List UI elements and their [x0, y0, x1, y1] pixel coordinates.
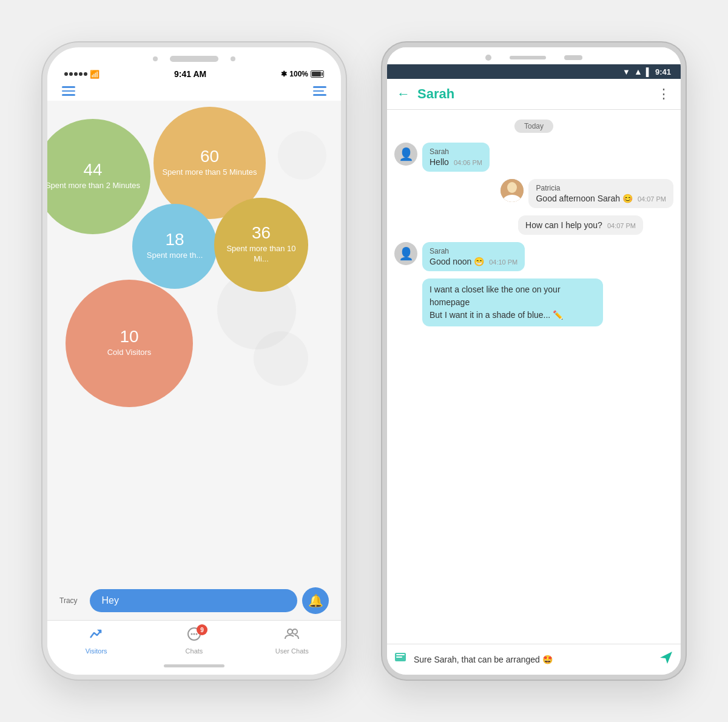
message-patricia-1: Patricia Good afternoon Sarah 😊 04:07 PM: [394, 179, 673, 208]
notification-bell-icon[interactable]: 🔔: [302, 587, 329, 614]
message-closet: I want a closet like the one on your hom…: [394, 278, 673, 326]
bubble-10min-label: Spent more than 10 Mi...: [214, 244, 308, 265]
home-bar: [164, 664, 224, 667]
status-left: 📶: [64, 70, 99, 79]
svg-marker-12: [660, 652, 672, 664]
battery-icon: [311, 70, 324, 78]
signal-dots: [64, 72, 87, 76]
battery-label: 100%: [289, 70, 308, 78]
chats-tab-label: Chats: [186, 647, 203, 655]
iphone-device: 📶 9:41 AM ✱ 100%: [42, 42, 346, 680]
bubble-help: How can I help you? 04:07 PM: [518, 215, 643, 235]
msg-time-1: 04:06 PM: [454, 159, 482, 166]
android-speaker: [510, 56, 546, 59]
chats-icon: 9: [187, 627, 201, 645]
bubble-2min-label: Spent more than 2 Minutes: [47, 181, 145, 191]
msg-row-3: How can I help you? 04:07 PM: [525, 220, 636, 230]
visitors-tab-label: Visitors: [86, 647, 107, 655]
avatar-sarah-1: 👤: [394, 143, 417, 166]
msg-text-patricia-1: Good afternoon Sarah 😊: [536, 194, 632, 203]
svg-rect-10: [396, 654, 405, 655]
msg-time-2: 04:07 PM: [638, 195, 666, 203]
android-top: [387, 47, 681, 64]
iphone-dot: [153, 56, 158, 61]
chats-badge: 9: [197, 624, 207, 635]
bubble-moreth-num: 18: [165, 231, 184, 248]
signal-icon: ▼: [622, 67, 630, 76]
message-help: How can I help you? 04:07 PM: [394, 215, 673, 235]
user-chats-icon: [284, 627, 300, 645]
avatar-person-icon: 👤: [399, 147, 414, 161]
notification-banner[interactable]: Tracy Hey 🔔: [47, 581, 341, 620]
send-button[interactable]: [659, 650, 673, 669]
android-status-bar: ▼ ▲ ▌ 9:41: [387, 64, 681, 79]
tab-user-chats[interactable]: User Chats: [243, 627, 341, 655]
back-button[interactable]: ←: [397, 86, 410, 102]
bubble-5min-num: 60: [200, 148, 219, 165]
bubble-5min-label: Spent more than 5 Minutes: [157, 167, 261, 178]
bubble-2min-num: 44: [83, 161, 102, 178]
svg-point-7: [507, 182, 517, 193]
bubble-closet: I want a closet like the one on your hom…: [422, 278, 603, 326]
wifi-android-icon: ▲: [634, 67, 642, 76]
bubble-patricia-1: Patricia Good afternoon Sarah 😊 04:07 PM: [528, 179, 673, 208]
msg-sender-patricia: Patricia: [536, 184, 666, 192]
wifi-icon: 📶: [90, 70, 99, 79]
date-label: Today: [514, 120, 553, 133]
bluetooth-icon: ✱: [281, 70, 287, 78]
bubble-sarah-hello: Sarah Hello 04:06 PM: [422, 143, 490, 172]
date-separator: Today: [394, 120, 673, 133]
iphone-status-bar: 📶 9:41 AM ✱ 100%: [47, 67, 341, 81]
avatar-sarah-2: 👤: [394, 242, 417, 265]
iphone-home-indicator: [47, 660, 341, 675]
bubble-cold-num: 10: [120, 328, 138, 345]
visitors-icon: [89, 627, 104, 645]
more-options-button[interactable]: ⋮: [657, 86, 671, 102]
iphone-speaker: [170, 56, 218, 62]
message-input[interactable]: [414, 655, 653, 664]
list-button[interactable]: [313, 86, 326, 96]
bubble-10min-num: 36: [252, 224, 271, 241]
chat-title: Sarah: [417, 86, 650, 102]
android-input-bar[interactable]: [387, 644, 681, 675]
avatar-person-icon-2: 👤: [399, 246, 414, 261]
svg-point-1: [190, 633, 192, 635]
notification-message[interactable]: Hey: [90, 589, 297, 612]
svg-point-2: [193, 633, 195, 635]
tab-visitors[interactable]: Visitors: [47, 627, 145, 655]
android-messages: Today 👤 Sarah Hello 04:06 PM Patri: [387, 110, 681, 644]
android-btn: [564, 55, 582, 60]
bubble-2min: 44 Spent more than 2 Minutes: [47, 119, 150, 234]
android-toolbar: ← Sarah ⋮: [387, 79, 681, 110]
msg-text-hello: Hello: [430, 157, 449, 167]
message-sarah-2: 👤 Sarah Good noon 😁 04:10 PM: [394, 242, 673, 271]
msg-time-3: 04:07 PM: [607, 222, 636, 229]
msg-time-4: 04:10 PM: [489, 258, 517, 266]
notification-sender: Tracy: [59, 596, 78, 605]
battery-android-icon: ▌: [646, 67, 652, 76]
bubble-cold-label: Cold Visitors: [103, 348, 157, 358]
bubble-moreth-label: Spent more th...: [142, 251, 208, 261]
svg-point-4: [288, 629, 292, 634]
msg-sender-sarah-1: Sarah: [430, 147, 482, 156]
iphone-time: 9:41 AM: [174, 69, 206, 79]
msg-row-2: Good afternoon Sarah 😊 04:07 PM: [536, 194, 666, 203]
svg-point-5: [292, 629, 297, 634]
iphone-top-bar: [47, 47, 341, 67]
notification-content: Hey 🔔: [90, 587, 329, 614]
iphone-dot-2: [231, 56, 235, 61]
android-time: 9:41: [655, 67, 671, 76]
iphone-toolbar: [47, 81, 341, 101]
android-device: ▼ ▲ ▌ 9:41 ← Sarah ⋮ Today 👤 Sarah: [382, 42, 686, 680]
bubble-chart: 44 Spent more than 2 Minutes 60 Spent mo…: [47, 101, 341, 621]
front-camera: [485, 55, 491, 61]
iphone-tab-bar: Visitors 9 Chats: [47, 620, 341, 660]
message-sarah-1: 👤 Sarah Hello 04:06 PM: [394, 143, 673, 172]
menu-button[interactable]: [62, 86, 75, 96]
msg-row-4: Good noon 😁 04:10 PM: [430, 257, 517, 266]
svg-point-3: [195, 633, 197, 635]
bubble-10min: 36 Spent more than 10 Mi...: [214, 198, 308, 292]
msg-text-help: How can I help you?: [525, 220, 602, 230]
tab-chats[interactable]: 9 Chats: [145, 627, 243, 655]
svg-rect-11: [396, 656, 402, 658]
